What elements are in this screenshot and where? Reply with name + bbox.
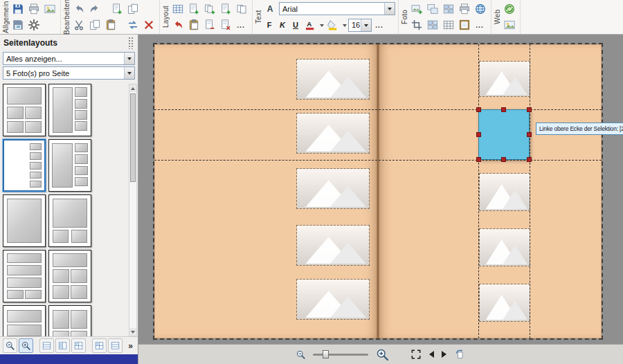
next-page-button[interactable] [441,350,447,358]
view-rows-button[interactable] [39,338,54,353]
view-grid-button[interactable] [71,338,86,353]
page-insert-button[interactable] [218,1,233,17]
insert-page-button[interactable] [109,1,125,17]
layout-category-dropdown[interactable]: Alles anzeigen... [3,52,135,65]
scrollbar-thumb[interactable] [130,93,136,182]
paste-button[interactable] [103,17,118,33]
zoom-slider-thumb[interactable] [323,350,329,358]
layout-thumbnail[interactable] [3,139,46,192]
underline-button[interactable]: U [289,17,302,33]
selected-photo-box[interactable] [478,109,530,160]
zoom-in-button[interactable] [374,347,390,363]
collage-button[interactable] [425,17,440,33]
font-button[interactable] [263,1,278,17]
more-button[interactable]: ... [234,17,248,33]
crop-button[interactable] [409,17,424,33]
spread-button[interactable] [234,1,249,17]
view-four-button[interactable] [92,338,107,353]
rotate-page-button[interactable] [453,348,467,361]
fill-color-button[interactable] [325,17,341,33]
settings-button[interactable] [26,17,42,33]
chevron-down-icon[interactable] [124,67,134,79]
chevron-down-icon[interactable] [124,53,134,64]
sidebar-scrollbar[interactable] [129,84,137,336]
resize-handle[interactable] [501,157,506,162]
swap-button[interactable] [125,17,141,33]
canvas[interactable]: Linke obere Ecke der Selektion: [29.78 c… [138,35,623,344]
globe-button[interactable] [473,1,488,17]
page-add-button[interactable] [186,1,201,17]
photos-per-page-dropdown[interactable]: 5 Foto(s) pro Seite [3,66,135,80]
page-x-button[interactable] [218,17,233,33]
panel-grip-icon[interactable] [128,37,134,49]
chevron-down-icon[interactable] [384,3,395,15]
photo-placeholder[interactable] [296,225,370,266]
font-family-combo[interactable]: Arial [279,2,395,15]
cut-button[interactable] [71,17,87,33]
layout-thumbnail[interactable] [3,84,46,136]
resize-handle[interactable] [501,107,506,112]
resize-handle[interactable] [527,107,532,112]
photo-placeholder[interactable] [479,61,530,97]
photo-placeholder[interactable] [296,168,370,209]
view-compact-button[interactable] [108,338,123,353]
chevron-down-icon[interactable] [318,17,325,33]
reset-button[interactable] [170,17,186,33]
page-minus-button[interactable] [202,17,217,33]
more-views-button[interactable]: » [126,341,135,351]
resize-handle[interactable] [476,157,481,162]
photo-add-button[interactable] [409,1,424,17]
layout-thumbnail[interactable] [48,194,91,247]
delete-button[interactable] [141,17,156,33]
resize-handle[interactable] [527,157,532,162]
table-button[interactable] [441,17,456,33]
photo-mail-button[interactable] [502,17,517,33]
photo-placeholder[interactable] [296,113,370,154]
zoom-out-button[interactable] [3,338,17,353]
pages-add-button[interactable] [202,1,217,17]
zoom-out-button[interactable] [295,349,307,361]
photo-placeholder[interactable] [296,279,370,320]
more-button[interactable]: ... [473,17,487,33]
copy-button[interactable] [87,17,102,33]
zoom-slider[interactable] [313,349,368,359]
resize-handle[interactable] [527,132,532,137]
photo-swap-button[interactable] [425,1,440,17]
layout-thumbnail[interactable] [3,194,46,247]
photo-collection-button[interactable] [441,1,456,17]
resize-handle[interactable] [476,132,481,137]
layout-thumbnail[interactable] [48,139,91,192]
photo-placeholder[interactable] [479,228,530,266]
album-button[interactable] [42,1,57,17]
photo-placeholder[interactable] [296,59,370,100]
font-size-combo[interactable]: 16 [348,19,372,32]
chevron-down-icon[interactable] [361,19,371,31]
frame-button[interactable] [457,17,472,33]
photo-placeholder[interactable] [479,284,530,322]
web-button[interactable] [502,1,517,17]
layout-thumbnail[interactable] [48,250,91,302]
photo-print-button[interactable] [457,1,472,17]
paste-button[interactable] [186,17,201,33]
chevron-down-icon[interactable] [341,17,347,33]
layout-thumbnail[interactable] [3,305,46,336]
scroll-up-icon[interactable] [129,84,136,92]
more-button[interactable]: ... [372,17,386,33]
resize-handle[interactable] [476,107,481,112]
print-button[interactable] [26,1,42,17]
layout-thumbnail[interactable] [48,305,91,336]
fit-view-button[interactable] [410,348,422,361]
photo-placeholder[interactable] [479,173,530,211]
grid-button[interactable] [170,1,186,17]
layout-thumbnail[interactable] [48,84,91,136]
layout-thumbnail[interactable] [3,250,46,302]
save-button[interactable] [10,1,26,17]
bold-button[interactable]: F [263,17,276,33]
view-cols-button[interactable] [55,338,70,353]
undo-button[interactable] [71,1,87,17]
zoom-in-button[interactable] [19,338,33,353]
previous-page-button[interactable] [428,350,435,358]
scroll-down-icon[interactable] [129,328,136,336]
export-button[interactable] [10,17,26,33]
redo-button[interactable] [87,1,102,17]
